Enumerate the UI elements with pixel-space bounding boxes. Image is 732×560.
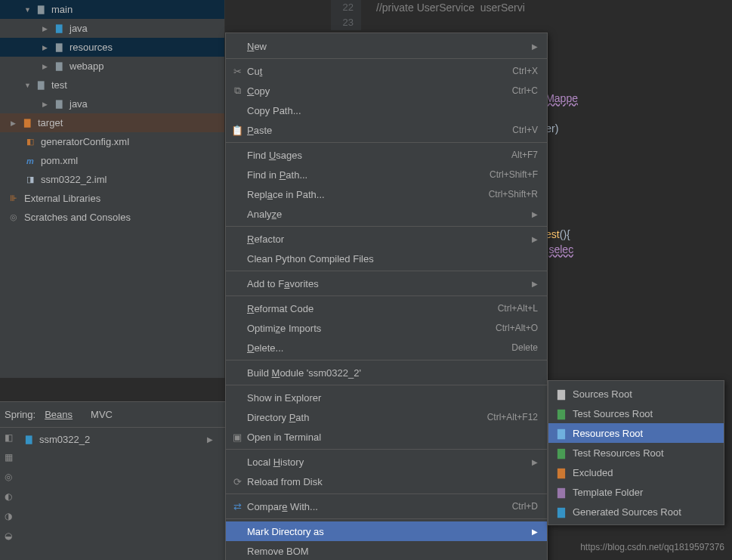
menu-shortcut: Delete (511, 342, 538, 353)
menu-refactor[interactable]: Refactor▶ (226, 229, 547, 249)
module-label: ssm0322_2 (39, 434, 90, 445)
folder-icon: ▇ (554, 428, 568, 439)
menu-add-favorites[interactable]: Add to Favorites▶ (226, 274, 547, 293)
menu-shortcut: Ctrl+Shift+R (489, 189, 538, 200)
submenu-label: Test Resources Root (573, 447, 664, 459)
tree-label: pom.xml (41, 155, 78, 166)
tool-icon[interactable]: ◎ (0, 467, 17, 487)
menu-copy[interactable]: ⧉CopyCtrl+C (226, 81, 547, 101)
menu-clean-pyc[interactable]: Clean Python Compiled Files (226, 249, 547, 268)
tree-item-scratches[interactable]: ◎Scratches and Consoles (0, 208, 224, 227)
code-text: //private UserService userServi (376, 2, 525, 14)
menu-separator (226, 493, 547, 494)
tree-item-test[interactable]: ▼▇test (0, 76, 224, 94)
submenu-label: Sources Root (573, 388, 632, 400)
menu-shortcut: Ctrl+V (512, 125, 538, 135)
submenu-arrow-icon: ▶ (532, 280, 538, 288)
spring-module-row[interactable]: ▇ ssm0322_2 ▶ (0, 428, 225, 450)
tree-item-main[interactable]: ▼▇main (0, 0, 224, 19)
menu-shortcut: Ctrl+Alt+O (496, 323, 538, 333)
menu-compare-with[interactable]: ⇄Compare With...Ctrl+D (226, 497, 547, 516)
tree-label: main (51, 4, 73, 15)
menu-separator (226, 449, 547, 450)
mark-directory-submenu[interactable]: ▇Sources Root ▇Test Sources Root ▇Resour… (548, 380, 724, 525)
submenu-sources-root[interactable]: ▇Sources Root (548, 384, 724, 404)
menu-separator (226, 518, 547, 519)
submenu-excluded[interactable]: ▇Excluded (548, 463, 724, 482)
tab-beans[interactable]: Beans (36, 406, 82, 423)
chevron-right-icon: ▶ (11, 119, 18, 127)
submenu-template-folder[interactable]: ▇Template Folder (548, 482, 724, 502)
scratches-icon: ◎ (8, 212, 20, 224)
menu-build-module[interactable]: Build Module 'ssm0322_2' (226, 363, 547, 382)
menu-remove-bom[interactable]: Remove BOM (226, 541, 547, 560)
tab-mvc[interactable]: MVC (82, 406, 122, 423)
submenu-arrow-icon: ▶ (532, 42, 538, 51)
menu-directory-path[interactable]: Directory PathCtrl+Alt+F12 (226, 407, 547, 427)
tree-label: test (51, 79, 67, 91)
spring-label: Spring: (5, 409, 36, 420)
menu-shortcut: Ctrl+Alt+F12 (487, 412, 538, 422)
tool-icon[interactable]: ◑ (0, 506, 17, 526)
menu-find-usages[interactable]: Find UsagesAlt+F7 (226, 145, 547, 165)
xml-file-icon: ◧ (24, 136, 36, 148)
chevron-right-icon: ▶ (42, 63, 50, 70)
folder-icon: ▇ (554, 447, 568, 459)
tool-icon[interactable]: ▦ (0, 447, 17, 467)
line-number: 23 (331, 15, 361, 30)
menu-find-in-path[interactable]: Find in Path...Ctrl+Shift+F (226, 165, 547, 184)
project-tree[interactable]: ▼▇main ▶▇java ▶▇resources ▶▇webapp ▼▇tes… (0, 0, 225, 378)
menu-open-terminal[interactable]: ▣Open in Terminal (226, 427, 547, 447)
menu-shortcut: Ctrl+C (512, 85, 538, 96)
submenu-test-sources-root[interactable]: ▇Test Sources Root (548, 404, 724, 423)
tree-item-target[interactable]: ▶▇target (0, 113, 224, 132)
folder-icon: ▇ (21, 117, 33, 129)
tree-item-external-libs[interactable]: ⊪External Libraries (0, 189, 224, 208)
tree-label: External Libraries (24, 193, 100, 204)
submenu-resources-root[interactable]: ▇Resources Root (548, 423, 724, 443)
menu-mark-directory-as[interactable]: Mark Directory as▶ (226, 521, 547, 541)
tree-item-iml[interactable]: ◨ssm0322_2.iml (0, 170, 224, 189)
menu-paste[interactable]: 📋PasteCtrl+V (226, 120, 547, 140)
submenu-generated-sources-root[interactable]: ▇Generated Sources Root (548, 502, 724, 521)
library-icon: ⊪ (8, 193, 20, 205)
folder-icon: ▇ (53, 42, 65, 54)
tree-item-java[interactable]: ▶▇java (0, 19, 224, 38)
tree-label: java (69, 23, 88, 34)
tree-item-pom[interactable]: mpom.xml (0, 151, 224, 170)
tool-icon[interactable]: ◒ (0, 526, 17, 546)
folder-icon: ▇ (53, 98, 65, 110)
menu-reformat[interactable]: Reformat CodeCtrl+Alt+L (226, 299, 547, 318)
menu-optimize-imports[interactable]: Optimize ImportsCtrl+Alt+O (226, 318, 547, 338)
menu-show-explorer[interactable]: Show in Explorer (226, 388, 547, 407)
folder-icon: ▇ (53, 60, 65, 73)
menu-replace-in-path[interactable]: Replace in Path...Ctrl+Shift+R (226, 184, 547, 204)
menu-separator (226, 360, 547, 360)
menu-local-history[interactable]: Local History▶ (226, 452, 547, 472)
menu-analyze[interactable]: Analyze▶ (226, 204, 547, 224)
tree-item-webapp[interactable]: ▶▇webapp (0, 57, 224, 76)
folder-icon: ▇ (554, 487, 568, 498)
module-icon: ▇ (23, 433, 35, 445)
tree-label: generatorConfig.xml (41, 136, 129, 147)
tree-item-resources[interactable]: ▶▇resources (0, 38, 224, 57)
editor-gutter: 22 23 (331, 0, 361, 30)
menu-copy-path[interactable]: Copy Path... (226, 101, 547, 120)
submenu-arrow-icon: ▶ (532, 235, 538, 243)
menu-cut[interactable]: ✂CutCtrl+X (226, 61, 547, 81)
menu-new[interactable]: New▶ (226, 36, 547, 56)
context-menu[interactable]: New▶ ✂CutCtrl+X ⧉CopyCtrl+C Copy Path...… (225, 32, 548, 560)
submenu-label: Template Folder (573, 487, 643, 498)
submenu-test-resources-root[interactable]: ▇Test Resources Root (548, 443, 724, 463)
menu-shortcut: Alt+F7 (511, 150, 538, 160)
tool-icon[interactable]: ◐ (0, 487, 17, 506)
watermark: https://blog.csdn.net/qq1819597376 (580, 542, 724, 552)
folder-icon: ▇ (554, 467, 568, 478)
tool-icon[interactable]: ◧ (0, 428, 17, 447)
submenu-label: Generated Sources Root (573, 506, 681, 518)
tree-label: target (38, 117, 63, 128)
menu-delete[interactable]: Delete...Delete (226, 338, 547, 357)
tree-item-java2[interactable]: ▶▇java (0, 94, 224, 113)
tree-item-generatorConfig[interactable]: ◧generatorConfig.xml (0, 132, 224, 151)
menu-reload-disk[interactable]: ⟳Reload from Disk (226, 472, 547, 491)
